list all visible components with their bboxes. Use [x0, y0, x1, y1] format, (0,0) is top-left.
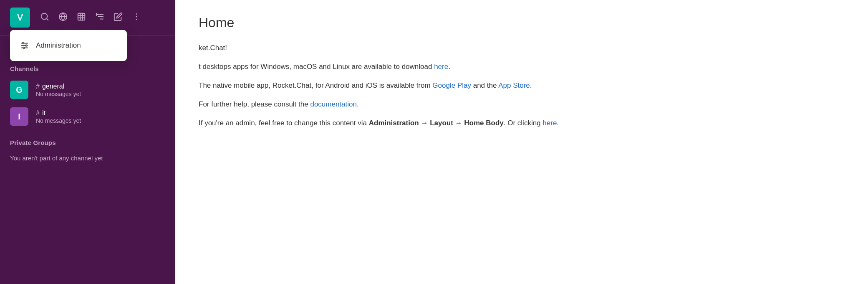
channel-info-general: # general No messages yet [36, 83, 81, 97]
paragraph-5: If you're an admin, feel free to change … [199, 117, 845, 129]
svg-point-18 [23, 43, 24, 44]
administration-icon [20, 41, 29, 50]
p3-text-mid: and the [471, 81, 498, 89]
page-title: Home [199, 15, 845, 30]
p5-link-here[interactable]: here [542, 119, 557, 127]
p5-bold-layout: Layout [430, 119, 453, 127]
channel-item-it[interactable]: I # it No messages yet [0, 103, 175, 130]
table-icon[interactable] [77, 12, 86, 23]
p5-arrow2: → [453, 119, 464, 127]
header-icons [40, 12, 141, 23]
channel-name-general: # general [36, 83, 81, 90]
more-icon[interactable] [132, 12, 141, 23]
channel-avatar-it: I [10, 107, 28, 126]
p2-link-here[interactable]: here [434, 63, 448, 71]
paragraph-3: The native mobile app, Rocket.Chat, for … [199, 80, 845, 92]
svg-point-12 [136, 13, 137, 15]
administration-label: Administration [36, 41, 81, 50]
edit-icon[interactable] [114, 12, 123, 23]
main-content: Home ket.Chat! t desktops apps for Windo… [175, 0, 868, 284]
sidebar: V [0, 0, 175, 284]
p4-text-before: For further help, please consult the [199, 100, 310, 108]
content-body: ket.Chat! t desktops apps for Windows, m… [199, 42, 845, 129]
p1-text: ket.Chat! [199, 44, 227, 52]
svg-point-14 [136, 19, 137, 20]
svg-line-1 [46, 18, 48, 20]
p5-text-mid: . Or clicking [504, 119, 543, 127]
globe-icon[interactable] [58, 12, 68, 23]
p5-arrow1: → [419, 119, 430, 127]
p3-text-after: . [530, 81, 532, 89]
p5-bold-home-body: Home Body [464, 119, 503, 127]
sort-icon[interactable] [95, 12, 104, 23]
svg-point-19 [25, 45, 27, 46]
p2-text-after: . [448, 63, 450, 71]
p2-text-before: t desktops apps for Windows, macOS and L… [199, 63, 434, 71]
channel-avatar-general: G [10, 81, 28, 99]
channel-subtext-it: No messages yet [36, 117, 81, 124]
hash-icon-general: # [36, 83, 40, 90]
p3-link-google-play[interactable]: Google Play [432, 81, 471, 89]
svg-point-20 [23, 47, 25, 49]
p5-bold-administration: Administration [369, 119, 419, 127]
channel-name-it: # it [36, 109, 81, 117]
channel-item-general[interactable]: G # general No messages yet [0, 76, 175, 103]
p3-link-app-store[interactable]: App Store [498, 81, 530, 89]
channel-list: G # general No messages yet I # it No me… [0, 76, 175, 130]
avatar[interactable]: V [10, 8, 30, 28]
channel-subtext-general: No messages yet [36, 91, 81, 97]
paragraph-1: ket.Chat! [199, 42, 845, 54]
p4-text-after: . [357, 100, 359, 108]
p3-text-before: The native mobile app, Rocket.Chat, for … [199, 81, 432, 89]
p5-text-before: If you're an admin, feel free to change … [199, 119, 369, 127]
private-groups-empty: You aren't part of any channel yet [0, 150, 175, 166]
private-groups-label: Private Groups [0, 130, 175, 150]
p4-link-documentation[interactable]: documentation [310, 100, 357, 108]
dropdown-overlay: Administration [10, 30, 127, 61]
svg-point-13 [136, 16, 137, 18]
search-icon[interactable] [40, 12, 49, 23]
paragraph-2: t desktops apps for Windows, macOS and L… [199, 61, 845, 73]
channel-info-it: # it No messages yet [36, 109, 81, 124]
administration-menu-item[interactable]: Administration [10, 34, 127, 57]
svg-rect-4 [78, 13, 85, 20]
hash-icon-it: # [36, 109, 40, 117]
p5-text-after: . [557, 119, 559, 127]
dropdown-menu: Administration [10, 30, 127, 61]
paragraph-4: For further help, please consult the doc… [199, 99, 845, 111]
